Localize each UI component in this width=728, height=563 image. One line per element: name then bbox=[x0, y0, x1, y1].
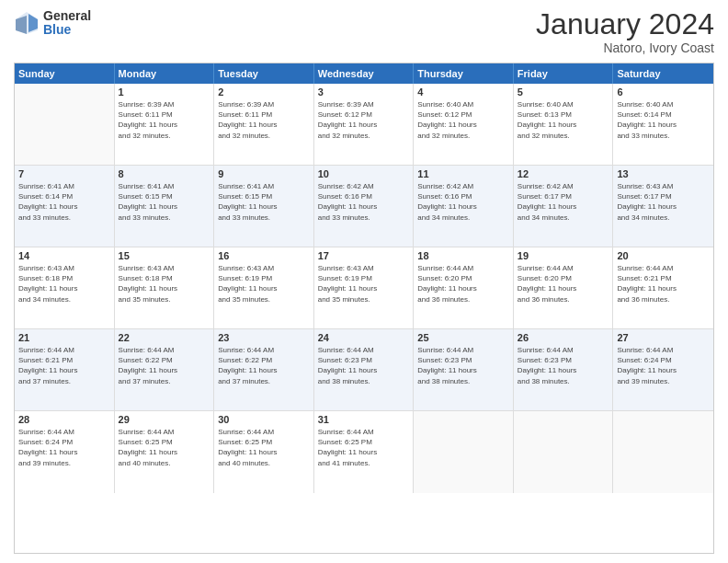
col-tuesday: Tuesday bbox=[214, 63, 314, 84]
day-cell-7: 7Sunrise: 6:41 AM Sunset: 6:14 PM Daylig… bbox=[15, 166, 115, 247]
day-number: 12 bbox=[518, 168, 609, 179]
calendar-week-5: 28Sunrise: 6:44 AM Sunset: 6:24 PM Dayli… bbox=[15, 411, 713, 493]
day-cell-19: 19Sunrise: 6:44 AM Sunset: 6:20 PM Dayli… bbox=[514, 247, 614, 328]
day-cell-8: 8Sunrise: 6:41 AM Sunset: 6:15 PM Daylig… bbox=[115, 166, 215, 247]
col-monday: Monday bbox=[115, 63, 215, 84]
empty-cell bbox=[414, 411, 514, 493]
col-friday: Friday bbox=[514, 63, 614, 84]
day-info: Sunrise: 6:44 AM Sunset: 6:23 PM Dayligh… bbox=[318, 345, 410, 386]
empty-cell bbox=[15, 84, 115, 165]
logo: General Blue bbox=[14, 9, 91, 38]
day-number: 29 bbox=[119, 414, 210, 425]
logo-icon bbox=[14, 10, 40, 36]
day-cell-15: 15Sunrise: 6:43 AM Sunset: 6:18 PM Dayli… bbox=[115, 247, 215, 328]
day-cell-31: 31Sunrise: 6:44 AM Sunset: 6:25 PM Dayli… bbox=[314, 411, 415, 493]
day-info: Sunrise: 6:40 AM Sunset: 6:14 PM Dayligh… bbox=[617, 99, 710, 141]
day-info: Sunrise: 6:44 AM Sunset: 6:25 PM Dayligh… bbox=[119, 427, 210, 468]
calendar-body: 1Sunrise: 6:39 AM Sunset: 6:11 PM Daylig… bbox=[15, 84, 713, 493]
day-number: 15 bbox=[119, 250, 210, 261]
calendar: Sunday Monday Tuesday Wednesday Thursday… bbox=[14, 63, 714, 554]
day-number: 26 bbox=[518, 332, 609, 343]
day-cell-18: 18Sunrise: 6:44 AM Sunset: 6:20 PM Dayli… bbox=[414, 247, 514, 328]
col-saturday: Saturday bbox=[613, 63, 713, 84]
day-number: 8 bbox=[119, 168, 210, 179]
calendar-week-2: 7Sunrise: 6:41 AM Sunset: 6:14 PM Daylig… bbox=[15, 166, 713, 247]
day-info: Sunrise: 6:44 AM Sunset: 6:20 PM Dayligh… bbox=[518, 263, 609, 304]
day-number: 22 bbox=[119, 332, 210, 343]
day-cell-16: 16Sunrise: 6:43 AM Sunset: 6:19 PM Dayli… bbox=[214, 247, 314, 328]
day-info: Sunrise: 6:44 AM Sunset: 6:25 PM Dayligh… bbox=[218, 427, 310, 468]
day-cell-29: 29Sunrise: 6:44 AM Sunset: 6:25 PM Dayli… bbox=[115, 411, 215, 493]
logo-text: General Blue bbox=[43, 9, 91, 38]
day-number: 9 bbox=[218, 168, 310, 179]
day-number: 25 bbox=[417, 332, 509, 343]
day-cell-17: 17Sunrise: 6:43 AM Sunset: 6:19 PM Dayli… bbox=[314, 247, 415, 328]
day-cell-14: 14Sunrise: 6:43 AM Sunset: 6:18 PM Dayli… bbox=[15, 247, 115, 328]
day-cell-4: 4Sunrise: 6:40 AM Sunset: 6:12 PM Daylig… bbox=[414, 84, 514, 165]
day-number: 21 bbox=[18, 332, 110, 343]
col-wednesday: Wednesday bbox=[314, 63, 415, 84]
day-cell-6: 6Sunrise: 6:40 AM Sunset: 6:14 PM Daylig… bbox=[613, 84, 713, 165]
day-cell-2: 2Sunrise: 6:39 AM Sunset: 6:11 PM Daylig… bbox=[214, 84, 314, 165]
day-info: Sunrise: 6:44 AM Sunset: 6:23 PM Dayligh… bbox=[417, 345, 509, 386]
day-number: 30 bbox=[218, 414, 310, 425]
day-info: Sunrise: 6:44 AM Sunset: 6:22 PM Dayligh… bbox=[119, 345, 210, 386]
day-cell-5: 5Sunrise: 6:40 AM Sunset: 6:13 PM Daylig… bbox=[514, 84, 614, 165]
calendar-week-4: 21Sunrise: 6:44 AM Sunset: 6:21 PM Dayli… bbox=[15, 329, 713, 411]
day-cell-27: 27Sunrise: 6:44 AM Sunset: 6:24 PM Dayli… bbox=[613, 329, 713, 410]
day-info: Sunrise: 6:43 AM Sunset: 6:18 PM Dayligh… bbox=[119, 263, 210, 304]
day-info: Sunrise: 6:44 AM Sunset: 6:22 PM Dayligh… bbox=[218, 345, 310, 386]
col-thursday: Thursday bbox=[414, 63, 514, 84]
day-number: 16 bbox=[218, 250, 310, 261]
day-number: 24 bbox=[318, 332, 410, 343]
day-cell-9: 9Sunrise: 6:41 AM Sunset: 6:15 PM Daylig… bbox=[214, 166, 314, 247]
day-number: 5 bbox=[518, 86, 609, 98]
day-info: Sunrise: 6:44 AM Sunset: 6:23 PM Dayligh… bbox=[518, 345, 609, 386]
day-cell-25: 25Sunrise: 6:44 AM Sunset: 6:23 PM Dayli… bbox=[414, 329, 514, 410]
day-cell-24: 24Sunrise: 6:44 AM Sunset: 6:23 PM Dayli… bbox=[314, 329, 415, 410]
day-cell-12: 12Sunrise: 6:42 AM Sunset: 6:17 PM Dayli… bbox=[514, 166, 614, 247]
day-number: 28 bbox=[18, 414, 110, 425]
day-cell-22: 22Sunrise: 6:44 AM Sunset: 6:22 PM Dayli… bbox=[115, 329, 215, 410]
day-cell-21: 21Sunrise: 6:44 AM Sunset: 6:21 PM Dayli… bbox=[15, 329, 115, 410]
day-number: 11 bbox=[417, 168, 509, 179]
day-number: 3 bbox=[318, 86, 410, 98]
day-number: 18 bbox=[417, 250, 509, 261]
logo-blue-text: Blue bbox=[43, 23, 91, 37]
page: General Blue January 2024 Natoro, Ivory … bbox=[0, 0, 728, 563]
day-number: 14 bbox=[18, 250, 110, 261]
day-number: 10 bbox=[318, 168, 410, 179]
day-cell-1: 1Sunrise: 6:39 AM Sunset: 6:11 PM Daylig… bbox=[115, 84, 215, 165]
empty-cell bbox=[514, 411, 614, 493]
day-info: Sunrise: 6:43 AM Sunset: 6:19 PM Dayligh… bbox=[318, 263, 410, 304]
logo-general-text: General bbox=[43, 9, 91, 23]
day-number: 7 bbox=[18, 168, 110, 179]
day-number: 20 bbox=[617, 250, 710, 261]
day-info: Sunrise: 6:40 AM Sunset: 6:12 PM Dayligh… bbox=[417, 99, 509, 141]
day-info: Sunrise: 6:39 AM Sunset: 6:12 PM Dayligh… bbox=[318, 99, 410, 141]
day-info: Sunrise: 6:44 AM Sunset: 6:25 PM Dayligh… bbox=[318, 427, 410, 468]
day-cell-26: 26Sunrise: 6:44 AM Sunset: 6:23 PM Dayli… bbox=[514, 329, 614, 410]
calendar-header: Sunday Monday Tuesday Wednesday Thursday… bbox=[15, 63, 713, 84]
location: Natoro, Ivory Coast bbox=[536, 40, 714, 55]
day-cell-3: 3Sunrise: 6:39 AM Sunset: 6:12 PM Daylig… bbox=[314, 84, 415, 165]
empty-cell bbox=[613, 411, 713, 493]
day-info: Sunrise: 6:41 AM Sunset: 6:14 PM Dayligh… bbox=[18, 181, 110, 223]
day-number: 1 bbox=[119, 86, 210, 98]
day-info: Sunrise: 6:44 AM Sunset: 6:24 PM Dayligh… bbox=[18, 427, 110, 468]
day-cell-10: 10Sunrise: 6:42 AM Sunset: 6:16 PM Dayli… bbox=[314, 166, 415, 247]
calendar-week-3: 14Sunrise: 6:43 AM Sunset: 6:18 PM Dayli… bbox=[15, 247, 713, 329]
day-info: Sunrise: 6:43 AM Sunset: 6:17 PM Dayligh… bbox=[617, 181, 710, 223]
day-cell-23: 23Sunrise: 6:44 AM Sunset: 6:22 PM Dayli… bbox=[214, 329, 314, 410]
day-info: Sunrise: 6:43 AM Sunset: 6:19 PM Dayligh… bbox=[218, 263, 310, 304]
day-cell-28: 28Sunrise: 6:44 AM Sunset: 6:24 PM Dayli… bbox=[15, 411, 115, 493]
day-cell-11: 11Sunrise: 6:42 AM Sunset: 6:16 PM Dayli… bbox=[414, 166, 514, 247]
header: General Blue January 2024 Natoro, Ivory … bbox=[14, 9, 714, 55]
month-title: January 2024 bbox=[536, 9, 714, 39]
day-info: Sunrise: 6:44 AM Sunset: 6:20 PM Dayligh… bbox=[417, 263, 509, 304]
day-info: Sunrise: 6:42 AM Sunset: 6:17 PM Dayligh… bbox=[518, 181, 609, 223]
calendar-week-1: 1Sunrise: 6:39 AM Sunset: 6:11 PM Daylig… bbox=[15, 84, 713, 166]
day-cell-13: 13Sunrise: 6:43 AM Sunset: 6:17 PM Dayli… bbox=[613, 166, 713, 247]
day-info: Sunrise: 6:44 AM Sunset: 6:21 PM Dayligh… bbox=[617, 263, 710, 304]
day-number: 13 bbox=[617, 168, 710, 179]
